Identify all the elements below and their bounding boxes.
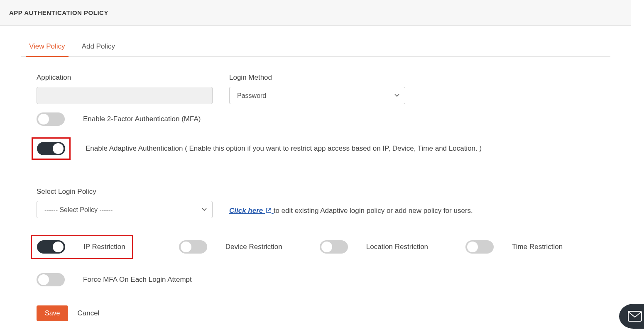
device-restriction-label: Device Restriction — [225, 243, 282, 251]
force-mfa-toggle[interactable] — [37, 273, 65, 286]
cancel-button[interactable]: Cancel — [77, 309, 99, 317]
login-method-label: Login Method — [229, 73, 405, 82]
adaptive-auth-toggle[interactable] — [37, 142, 65, 155]
application-input[interactable] — [37, 87, 213, 104]
page-title: APP AUTHENTICATION POLICY — [9, 9, 622, 16]
adaptive-toggle-highlight — [32, 137, 71, 160]
adaptive-auth-label: Enable Adaptive Authentication ( Enable … — [86, 144, 482, 153]
edit-policy-link[interactable]: Click here — [229, 207, 274, 215]
login-method-select[interactable]: Password — [229, 87, 405, 104]
save-button[interactable]: Save — [37, 305, 68, 321]
ip-restriction-toggle[interactable] — [37, 240, 65, 254]
time-restriction-label: Time Restriction — [512, 243, 563, 251]
ip-restriction-label: IP Restriction — [83, 243, 125, 251]
page-header: APP AUTHENTICATION POLICY — [0, 0, 631, 26]
login-policy-select[interactable]: ------ Select Policy ------ — [37, 201, 213, 218]
divider — [37, 175, 610, 175]
mfa-toggle-label: Enable 2-Factor Authentication (MFA) — [83, 115, 201, 123]
force-mfa-label: Force MFA On Each Login Attempt — [83, 276, 192, 284]
content-area: View Policy Add Policy Application Login… — [0, 26, 631, 321]
tabs: View Policy Add Policy — [21, 42, 610, 57]
select-login-policy-label: Select Login Policy — [37, 188, 610, 196]
ip-restriction-highlight: IP Restriction — [31, 235, 133, 259]
mfa-toggle[interactable] — [37, 112, 65, 126]
policy-hint: Click here to edit existing Adaptive log… — [229, 207, 473, 218]
application-label: Application — [37, 73, 213, 82]
tab-view-policy[interactable]: View Policy — [29, 42, 65, 56]
policy-hint-text: to edit existing Adaptive login policy o… — [274, 207, 473, 215]
time-restriction-toggle[interactable] — [465, 240, 494, 254]
form: Application Login Method Password Enable… — [21, 73, 610, 321]
tab-add-policy[interactable]: Add Policy — [82, 42, 115, 56]
contact-fab[interactable] — [619, 304, 644, 329]
location-restriction-label: Location Restriction — [366, 243, 428, 251]
mail-icon — [628, 311, 642, 322]
external-link-icon — [266, 208, 272, 213]
svg-rect-0 — [628, 311, 642, 321]
device-restriction-toggle[interactable] — [179, 240, 207, 254]
edit-policy-link-text: Click here — [229, 207, 263, 215]
location-restriction-toggle[interactable] — [320, 240, 348, 254]
